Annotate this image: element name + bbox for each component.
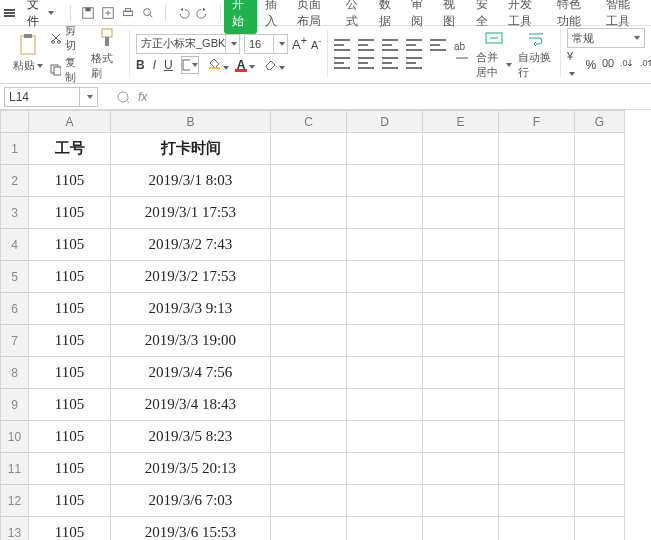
cell[interactable]: [423, 261, 499, 293]
currency-button[interactable]: ¥: [567, 50, 579, 79]
align-left-button[interactable]: [334, 57, 350, 69]
align-center-button[interactable]: [358, 57, 374, 69]
cell[interactable]: 1105: [29, 325, 111, 357]
row-header[interactable]: 10: [1, 421, 29, 453]
merge-center-button[interactable]: 合并居中: [476, 28, 512, 80]
copy-button[interactable]: 复制: [50, 55, 84, 85]
cell[interactable]: [423, 389, 499, 421]
cell[interactable]: [423, 453, 499, 485]
cell[interactable]: [499, 357, 575, 389]
print-preview-icon[interactable]: [141, 6, 155, 20]
cell[interactable]: 1105: [29, 293, 111, 325]
cell[interactable]: [271, 453, 347, 485]
orientation-button[interactable]: ab: [454, 38, 470, 69]
cell[interactable]: [423, 133, 499, 165]
align-top-button[interactable]: [334, 39, 350, 51]
column-header[interactable]: G: [575, 111, 625, 133]
cell[interactable]: [575, 453, 625, 485]
cell[interactable]: [347, 165, 423, 197]
cell[interactable]: 1105: [29, 197, 111, 229]
cell[interactable]: 2019/3/2 7:43: [111, 229, 271, 261]
tab-review[interactable]: 审阅: [403, 0, 435, 34]
row-header[interactable]: 2: [1, 165, 29, 197]
border-button[interactable]: [181, 56, 199, 74]
paste-button[interactable]: 粘贴: [12, 34, 44, 73]
row-header[interactable]: 4: [1, 229, 29, 261]
column-header[interactable]: F: [499, 111, 575, 133]
cell[interactable]: 1105: [29, 485, 111, 517]
number-format-select[interactable]: 常规: [567, 28, 645, 48]
format-painter-button[interactable]: 格式刷: [91, 27, 123, 81]
cell[interactable]: [423, 293, 499, 325]
chevron-down-icon[interactable]: [80, 87, 98, 107]
cell[interactable]: [271, 485, 347, 517]
row-header[interactable]: 9: [1, 389, 29, 421]
cell[interactable]: [347, 357, 423, 389]
align-right-button[interactable]: [382, 57, 398, 69]
fx-helper-icon[interactable]: [116, 90, 130, 104]
font-size-select[interactable]: 16: [244, 34, 288, 54]
cell[interactable]: [423, 421, 499, 453]
row-header[interactable]: 5: [1, 261, 29, 293]
align-bottom-button[interactable]: [382, 39, 398, 51]
row-header[interactable]: 1: [1, 133, 29, 165]
font-name-select[interactable]: 方正小标宋_GBK: [136, 34, 240, 54]
cell[interactable]: 2019/3/4 7:56: [111, 357, 271, 389]
cell[interactable]: [347, 293, 423, 325]
cell[interactable]: [575, 357, 625, 389]
row-header[interactable]: 12: [1, 485, 29, 517]
decrease-decimal-button[interactable]: .0: [640, 57, 651, 72]
column-header[interactable]: E: [423, 111, 499, 133]
print-icon[interactable]: [121, 6, 135, 20]
cell[interactable]: [499, 389, 575, 421]
cell[interactable]: [347, 421, 423, 453]
cell[interactable]: 1105: [29, 229, 111, 261]
cell[interactable]: [271, 517, 347, 541]
cell[interactable]: 工号: [29, 133, 111, 165]
cell[interactable]: [347, 229, 423, 261]
spreadsheet-grid[interactable]: A B C D E F G 1工号打卡时间211052019/3/1 8:033…: [0, 110, 651, 540]
row-header[interactable]: 13: [1, 517, 29, 541]
cell[interactable]: 1105: [29, 389, 111, 421]
comma-button[interactable]: 000: [602, 57, 614, 72]
cell[interactable]: 打卡时间: [111, 133, 271, 165]
cell[interactable]: [499, 485, 575, 517]
italic-button[interactable]: I: [153, 58, 156, 72]
cell[interactable]: [499, 517, 575, 541]
redo-icon[interactable]: [196, 6, 210, 20]
cell[interactable]: [499, 293, 575, 325]
cell[interactable]: [423, 197, 499, 229]
tab-home[interactable]: 开始: [224, 0, 256, 34]
cell[interactable]: 2019/3/6 7:03: [111, 485, 271, 517]
tab-page-layout[interactable]: 页面布局: [289, 0, 338, 34]
cell[interactable]: 1105: [29, 261, 111, 293]
row-header[interactable]: 6: [1, 293, 29, 325]
row-header[interactable]: 7: [1, 325, 29, 357]
increase-decimal-button[interactable]: .0: [620, 57, 634, 72]
cell[interactable]: 2019/3/6 15:53: [111, 517, 271, 541]
cell[interactable]: [575, 133, 625, 165]
tab-formula[interactable]: 公式: [338, 0, 370, 34]
row-header[interactable]: 3: [1, 197, 29, 229]
percent-button[interactable]: %: [585, 58, 596, 72]
cell[interactable]: 2019/3/5 20:13: [111, 453, 271, 485]
cell[interactable]: [271, 165, 347, 197]
cell[interactable]: [575, 421, 625, 453]
cell[interactable]: [499, 165, 575, 197]
cell[interactable]: [423, 357, 499, 389]
cell[interactable]: [271, 325, 347, 357]
indent-decrease-button[interactable]: [406, 39, 422, 51]
grow-font-button[interactable]: A+: [292, 34, 307, 52]
underline-button[interactable]: U: [164, 58, 173, 72]
cell[interactable]: 2019/3/3 9:13: [111, 293, 271, 325]
column-header[interactable]: D: [347, 111, 423, 133]
cell[interactable]: [575, 261, 625, 293]
cell[interactable]: [347, 197, 423, 229]
fx-label[interactable]: fx: [138, 90, 147, 104]
cell[interactable]: [423, 165, 499, 197]
font-color-button[interactable]: A: [237, 58, 256, 72]
cell[interactable]: 1105: [29, 517, 111, 541]
fill-color-button[interactable]: [207, 56, 229, 73]
shrink-font-button[interactable]: A-: [311, 36, 321, 51]
cell[interactable]: 1105: [29, 421, 111, 453]
